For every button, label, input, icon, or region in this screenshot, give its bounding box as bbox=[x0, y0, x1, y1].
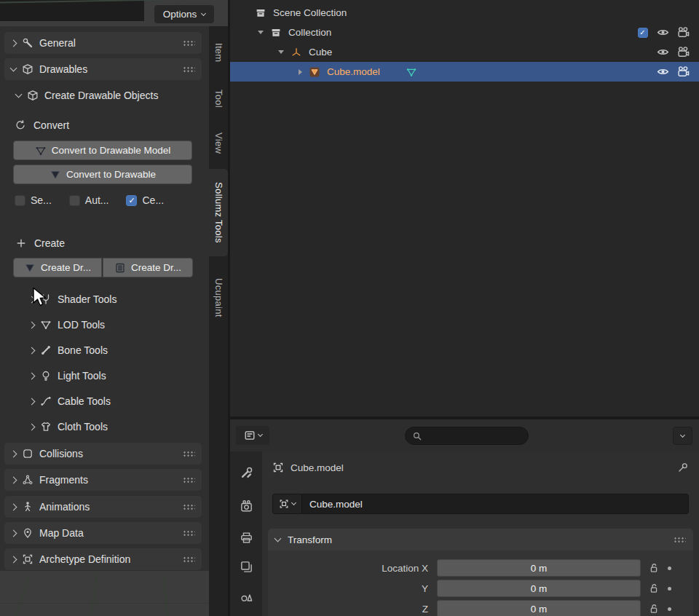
tab-output-properties[interactable] bbox=[230, 526, 262, 548]
animate-dot[interactable] bbox=[668, 566, 671, 570]
properties-tab-column bbox=[230, 451, 262, 616]
field-label: Z bbox=[271, 604, 437, 615]
field-value: 0 m bbox=[531, 604, 548, 615]
transform-row-location-z: Z 0 m bbox=[268, 600, 693, 616]
sidebar-item-bone-tools[interactable]: Bone Tools bbox=[0, 339, 209, 361]
drag-grip-icon[interactable] bbox=[183, 40, 195, 47]
properties-search-field[interactable] bbox=[405, 427, 529, 445]
button-label: Create Dr... bbox=[131, 262, 181, 273]
editor-type-dropdown[interactable] bbox=[236, 426, 269, 445]
field-value: 0 m bbox=[531, 583, 548, 594]
object-id-dropdown[interactable] bbox=[272, 494, 301, 514]
camera-icon[interactable] bbox=[676, 25, 690, 39]
pin-icon[interactable] bbox=[677, 462, 689, 473]
disclosure-down-icon[interactable] bbox=[258, 31, 264, 34]
disclosure-down-icon[interactable] bbox=[278, 50, 284, 54]
button-label: Convert to Drawable bbox=[66, 169, 156, 180]
sidebar-tab-strip: Item Tool View Sollumz Tools Ucupaint bbox=[209, 26, 228, 616]
object-name-field[interactable]: Cube.model bbox=[301, 494, 689, 514]
panel-header-map-data[interactable]: Map Data bbox=[4, 522, 202, 544]
drag-grip-icon[interactable] bbox=[183, 504, 195, 510]
properties-editor: Cube.model Cube.model Transform bbox=[230, 419, 699, 616]
tab-view-layer-properties[interactable] bbox=[230, 556, 262, 577]
drag-grip-icon[interactable] bbox=[183, 451, 195, 457]
transform-panel-body: Location X 0 m Y 0 m bbox=[268, 550, 693, 616]
camera-icon[interactable] bbox=[676, 65, 690, 79]
panel-header-drawables[interactable]: Drawables bbox=[4, 58, 202, 80]
tab-tool[interactable]: Tool bbox=[209, 83, 228, 115]
row-restriction-icons bbox=[636, 45, 699, 59]
object-icon bbox=[272, 462, 284, 473]
eye-icon[interactable] bbox=[656, 25, 670, 39]
tab-tool-properties[interactable] bbox=[230, 462, 262, 483]
section-label: Shader Tools bbox=[58, 293, 209, 305]
create-drawable-button[interactable]: Create Dr... bbox=[13, 258, 102, 277]
lock-toggle[interactable] bbox=[648, 583, 660, 594]
convert-to-drawable-model-button[interactable]: Convert to Drawable Model bbox=[13, 141, 192, 160]
create-drawable-list-button[interactable]: Create Dr... bbox=[103, 258, 193, 277]
tab-item[interactable]: Item bbox=[209, 36, 228, 68]
cube-icon bbox=[27, 90, 39, 101]
unlock-icon bbox=[648, 603, 660, 615]
checkbox-selected-objects[interactable] bbox=[15, 195, 25, 206]
row-restriction-icons bbox=[636, 65, 699, 79]
drag-grip-icon[interactable] bbox=[183, 556, 195, 563]
panel-header-collisions[interactable]: Collisions bbox=[4, 443, 202, 465]
filter-dropdown[interactable] bbox=[673, 427, 692, 445]
sidebar-item-cloth-tools[interactable]: Cloth Tools bbox=[0, 416, 209, 438]
tab-render-properties[interactable] bbox=[230, 495, 262, 517]
chevron-right-icon bbox=[10, 450, 17, 457]
disclosure-right-icon[interactable] bbox=[299, 69, 302, 75]
checkbox-center-checked[interactable]: ✓ bbox=[126, 195, 137, 206]
animate-dot[interactable] bbox=[668, 607, 671, 611]
convert-section-label-row: Convert bbox=[0, 114, 209, 136]
list-icon bbox=[114, 262, 126, 274]
drag-grip-icon[interactable] bbox=[183, 477, 195, 483]
animations-icon bbox=[22, 501, 33, 513]
lock-toggle[interactable] bbox=[648, 562, 660, 574]
section-label: Cloth Tools bbox=[58, 421, 209, 433]
drag-grip-icon[interactable] bbox=[183, 66, 195, 73]
eye-icon[interactable] bbox=[656, 65, 670, 79]
camera-icon[interactable] bbox=[676, 45, 690, 59]
eye-icon[interactable] bbox=[656, 45, 670, 59]
animate-dot[interactable] bbox=[668, 587, 671, 591]
tab-view[interactable]: View bbox=[209, 127, 228, 160]
collection-icon bbox=[270, 27, 282, 39]
checkbox-label: Ce... bbox=[142, 194, 164, 206]
lock-toggle[interactable] bbox=[648, 603, 660, 615]
panel-header-animations[interactable]: Animations bbox=[4, 496, 202, 518]
panel-header-archetype-definition[interactable]: Archetype Definition bbox=[4, 548, 202, 570]
collection-checkbox[interactable]: ✓ bbox=[638, 28, 648, 38]
drag-grip-icon[interactable] bbox=[674, 537, 686, 543]
options-dropdown[interactable]: Options bbox=[154, 4, 215, 24]
location-z-field[interactable]: 0 m bbox=[437, 600, 641, 616]
sidebar-item-cable-tools[interactable]: Cable Tools bbox=[0, 390, 209, 412]
outliner-label: Cube bbox=[309, 47, 332, 58]
tab-sollumz-tools[interactable]: Sollumz Tools bbox=[209, 169, 228, 256]
tab-ucupaint[interactable]: Ucupaint bbox=[209, 271, 228, 325]
panel-label: General bbox=[39, 37, 177, 49]
outliner-row-cube[interactable]: Cube bbox=[230, 42, 699, 62]
field-label: Y bbox=[271, 583, 437, 594]
light-tools-icon bbox=[40, 370, 52, 382]
panel-header-fragments[interactable]: Fragments bbox=[4, 469, 202, 491]
convert-to-drawable-button[interactable]: Convert to Drawable bbox=[13, 165, 192, 184]
outliner-row-collection[interactable]: Collection ✓ bbox=[230, 23, 699, 42]
checkbox-auto[interactable] bbox=[69, 195, 80, 206]
section-label: Bone Tools bbox=[58, 344, 209, 356]
location-x-field[interactable]: 0 m bbox=[437, 559, 641, 577]
subpanel-header-create-drawable-objects[interactable]: Create Drawable Objects bbox=[0, 84, 209, 106]
sidebar-item-lod-tools[interactable]: LOD Tools bbox=[0, 314, 209, 336]
drag-grip-icon[interactable] bbox=[183, 530, 195, 537]
tab-scene-properties[interactable] bbox=[230, 585, 262, 607]
transform-panel-header[interactable]: Transform bbox=[268, 529, 693, 550]
panel-header-general[interactable]: General bbox=[4, 32, 202, 54]
sidebar-item-light-tools[interactable]: Light Tools bbox=[0, 365, 209, 387]
location-y-field[interactable]: 0 m bbox=[437, 580, 641, 597]
outliner-row-scene-collection[interactable]: Scene Collection bbox=[230, 3, 699, 23]
pin-icon bbox=[677, 462, 689, 473]
outliner-label: Scene Collection bbox=[273, 7, 347, 18]
properties-content: Cube.model Cube.model Transform bbox=[262, 451, 699, 616]
outliner-row-cube-model-selected[interactable]: Cube.model bbox=[230, 62, 699, 82]
